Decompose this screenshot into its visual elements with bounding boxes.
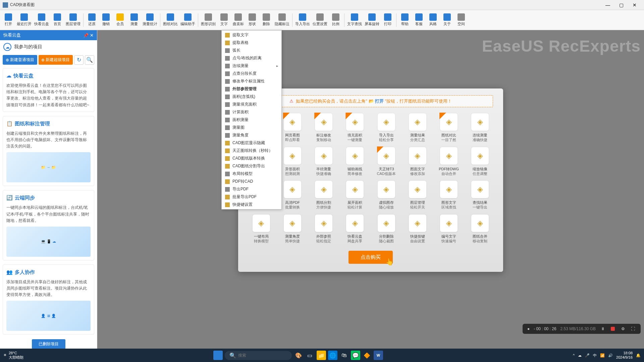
menu-item-布局转模型[interactable]: 布局转模型: [222, 170, 281, 178]
tray-volume-icon[interactable]: 🔊: [608, 353, 613, 358]
new-super-project-button[interactable]: ⊕新建超级项目: [39, 55, 73, 65]
menu-item-点查分段长度[interactable]: 点查分段长度: [222, 70, 281, 77]
clock[interactable]: 18:08 2024/9/16: [616, 351, 633, 360]
menu-item-导出PDF[interactable]: 导出PDF: [222, 185, 281, 193]
toolbar-空间[interactable]: 空间: [454, 11, 468, 29]
rec-settings-icon[interactable]: ⚙: [620, 326, 626, 332]
feature-天正转T3[interactable]: ◈天正转T3CAD低版本: [373, 147, 399, 176]
feature-半径测量[interactable]: ◈半径测量快捷准确: [311, 147, 337, 176]
maximize-button[interactable]: ▢: [614, 0, 628, 10]
toolbar-图层管理[interactable]: 图层管理: [64, 11, 82, 29]
new-normal-project-button[interactable]: ⊕新建普通项目: [3, 55, 37, 65]
feature-查找结果[interactable]: ◈查找结果一键导出: [467, 181, 493, 210]
tray-onedrive-icon[interactable]: ☁: [578, 353, 582, 358]
feature-图纸对比[interactable]: ◈图纸对比一目了然: [436, 113, 462, 142]
feature-图纸合并[interactable]: ◈图纸合并移动复制: [467, 215, 493, 244]
feature-测量角度[interactable]: ◈测量角度简单快捷: [279, 215, 305, 244]
toolbar-首页[interactable]: 首页: [50, 11, 64, 29]
toolbar-文字查找[interactable]: 文字查找: [346, 11, 363, 29]
toolbar-位置设置[interactable]: 位置设置: [311, 11, 329, 29]
toolbar-编辑助手[interactable]: 编辑助手: [179, 11, 197, 29]
menu-item-修改单个标注属性[interactable]: 修改单个标注属性: [222, 77, 281, 85]
feature-图纸分割[interactable]: ◈图纸分割方便快捷: [311, 181, 337, 210]
menu-item-CAD图层显示隐藏[interactable]: CAD图层显示隐藏: [222, 139, 281, 147]
feature-测量结果[interactable]: ◈测量结果分类汇总: [405, 113, 430, 142]
menu-item-CAD图纸版本转换[interactable]: CAD图纸版本转换: [222, 155, 281, 162]
feature-图层管理[interactable]: ◈图层管理轻松开关: [405, 181, 430, 210]
toolbar-还原[interactable]: 还原: [85, 11, 99, 29]
toolbar-测量统计[interactable]: 测量统计: [141, 11, 159, 29]
feature-辅助画线[interactable]: ◈辅助画线简单修改: [342, 147, 368, 176]
menu-item-面积(含弧线)[interactable]: 面积(含弧线): [222, 93, 281, 101]
menu-item-PDF转CAD[interactable]: PDF转CAD: [222, 178, 281, 185]
taskbar-search[interactable]: 🔍: [225, 351, 292, 360]
feature-一键布局[interactable]: ◈一键布局转换模型: [248, 215, 274, 244]
tray-ime[interactable]: 中: [593, 353, 597, 358]
toolbar-图形识别[interactable]: 图形识别: [200, 11, 217, 29]
start-button[interactable]: [213, 351, 223, 360]
toolbar-屏幕旋转[interactable]: 屏幕旋转: [363, 11, 381, 29]
taskbar-app-browser[interactable]: 🔶: [362, 351, 372, 360]
feature-展开面积[interactable]: ◈展开面积轻松计算: [342, 181, 368, 210]
toolbar-帮助[interactable]: 帮助: [398, 11, 412, 29]
feature-PDF转DWG[interactable]: ◈PDF转DWG自动合并: [436, 147, 462, 176]
feature-快看云盘[interactable]: ◈快看云盘网盘共享: [342, 215, 368, 244]
feature-虚拟图存[interactable]: ◈虚拟图存随心缩放: [373, 181, 399, 210]
toolbar-曲直标[interactable]: 曲直标: [231, 11, 245, 29]
feature-编号文字[interactable]: ◈编号文字快速编号: [436, 215, 462, 244]
taskbar-app-explorer[interactable]: 📁: [317, 351, 326, 360]
taskbar-app-wechat[interactable]: 💬: [351, 351, 360, 360]
search-icon[interactable]: 🔍: [85, 55, 94, 65]
tray-notification-icon[interactable]: 🔔: [636, 353, 641, 358]
menu-item-测量图[interactable]: 测量图: [222, 124, 281, 131]
menu-item-提取文字[interactable]: 提取文字: [222, 31, 281, 39]
taskbar-app-word[interactable]: W: [374, 351, 383, 360]
feature-分割删除[interactable]: ◈分割删除随心裁图: [373, 215, 399, 244]
toolbar-撤销[interactable]: 撤销: [99, 11, 113, 29]
tray-mic-icon[interactable]: 🎤: [585, 353, 590, 358]
menu-item-快捷键设置[interactable]: 快捷键设置: [222, 201, 281, 208]
menu-item-测量填充面积[interactable]: 测量填充面积: [222, 101, 281, 108]
rec-expand-icon[interactable]: ⛶: [630, 326, 636, 332]
menu-item-天正图纸转换（秒转）[interactable]: 天正图纸转换（秒转）: [222, 147, 281, 155]
toolbar-快看云盘[interactable]: 快看云盘: [33, 11, 50, 29]
feature-网页看图[interactable]: ◈网页看图即点即看: [279, 113, 305, 142]
minimize-button[interactable]: —: [601, 0, 614, 10]
toolbar-客服[interactable]: 客服: [412, 11, 426, 29]
toolbar-文字[interactable]: 文字: [217, 11, 231, 29]
refresh-icon[interactable]: ↻: [74, 55, 84, 65]
toolbar-形状[interactable]: 形状: [245, 11, 259, 29]
toolbar-打印[interactable]: 打印: [381, 11, 395, 29]
menu-item-计算面积[interactable]: 计算面积: [222, 108, 281, 116]
taskbar-app-copilot[interactable]: 🎨: [294, 351, 303, 360]
feature-连续测量[interactable]: ◈连续测量准确快捷: [467, 113, 493, 142]
tray-chevron-icon[interactable]: ^: [573, 353, 575, 357]
menu-item-面积测量[interactable]: 面积测量: [222, 116, 281, 124]
toolbar-隐藏标注[interactable]: 隐藏标注: [273, 11, 291, 29]
taskbar-app-taskview[interactable]: ▭: [305, 351, 315, 360]
pause-button[interactable]: ⏸: [600, 326, 606, 332]
deleted-projects-button[interactable]: 已删除项目: [32, 339, 65, 349]
toolbar-关于[interactable]: 关于: [440, 11, 454, 29]
feature-快捷按键[interactable]: ◈快捷按键自由设置: [405, 215, 430, 244]
toolbar-图纸对比[interactable]: 图纸对比: [162, 11, 179, 29]
toolbar-删除[interactable]: 删除: [259, 11, 273, 29]
feature-标注修改[interactable]: ◈标注修改复制移动: [311, 113, 337, 142]
toolbar-比例[interactable]: 比例: [329, 11, 343, 29]
menu-item-弧长[interactable]: 弧长: [222, 47, 281, 54]
feature-缩放镜像[interactable]: ◈缩放镜像任意调整: [467, 147, 493, 176]
toolbar-会员[interactable]: 会员: [113, 11, 127, 29]
feature-图形文字[interactable]: ◈图形文字区域查找: [436, 181, 462, 210]
menu-item-提取表格[interactable]: 提取表格: [222, 39, 281, 47]
toolbar-最近打开[interactable]: 最近打开: [15, 11, 33, 29]
weather-widget[interactable]: ☀ 28°C 大部晴朗: [3, 351, 23, 360]
feature-异形面积[interactable]: ◈异形面积想测就测: [279, 147, 305, 176]
stop-button[interactable]: [610, 326, 616, 332]
search-input[interactable]: [238, 353, 288, 358]
toolbar-导入导出[interactable]: 导入导出: [294, 11, 311, 29]
taskbar-app-store[interactable]: 🛍: [339, 351, 349, 360]
feature-填充面积[interactable]: ◈填充面积一键测量: [342, 113, 368, 142]
taskbar-app-edge[interactable]: 🌐: [328, 351, 337, 360]
close-button[interactable]: ✕: [628, 0, 641, 10]
feature-导入导出[interactable]: ◈导入导出轻松分享: [373, 113, 399, 142]
